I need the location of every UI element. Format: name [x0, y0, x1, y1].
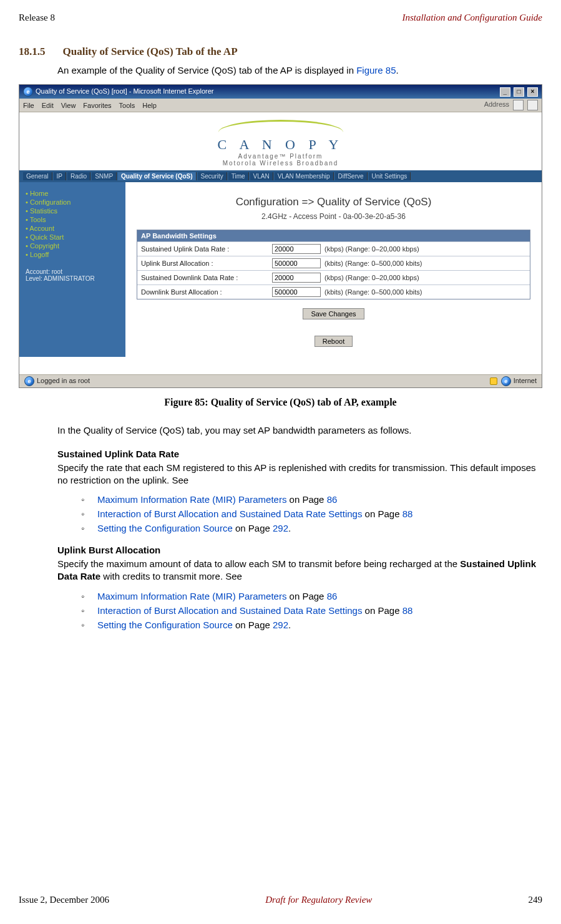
- link-page-86-2[interactable]: 86: [327, 591, 338, 601]
- sidebar-item-logoff[interactable]: Logoff: [30, 251, 49, 258]
- link-page-86[interactable]: 86: [327, 494, 338, 505]
- section-heading: 18.1.5Quality of Service (QoS) Tab of th…: [19, 46, 542, 58]
- sudr-text: Specify the rate that each SM registered…: [57, 462, 542, 487]
- zone-icon: e: [501, 376, 511, 386]
- flag-icon: [527, 100, 538, 110]
- uba-heading: Uplink Burst Allocation: [57, 545, 542, 555]
- tab-qos[interactable]: Quality of Service (QoS): [118, 172, 196, 180]
- uba-link-list: ◦Maximum Information Rate (MIR) Paramete…: [81, 591, 542, 630]
- section-title: Quality of Service (QoS) Tab of the AP: [63, 46, 238, 57]
- menu-file[interactable]: File: [23, 102, 34, 109]
- sidebar-item-tools[interactable]: Tools: [30, 216, 46, 223]
- tab-unit-settings[interactable]: Unit Settings: [369, 172, 411, 180]
- status-zone: Internet: [514, 377, 537, 384]
- sidebar-item-home[interactable]: Home: [30, 190, 48, 197]
- menu-bar: File Edit View Favorites Tools Help Addr…: [19, 99, 542, 112]
- account-name: Account: root: [26, 268, 119, 275]
- input-sust-downlink[interactable]: [272, 273, 321, 283]
- menu-view[interactable]: View: [61, 102, 76, 109]
- figure-caption: Figure 85: Quality of Service (QoS) tab …: [19, 397, 542, 408]
- lock-icon: [490, 377, 497, 385]
- uba-text: Specify the maximum amount of data to al…: [57, 558, 542, 583]
- canopy-swoosh-icon: [218, 120, 343, 134]
- minimize-icon[interactable]: _: [500, 87, 510, 97]
- input-sust-uplink[interactable]: [272, 244, 321, 254]
- row-downlink-burst: Downlink Burst Allocation : (kbits) (Ran…: [137, 284, 530, 299]
- link-burst-interaction-2[interactable]: Interaction of Burst Allocation and Sust…: [97, 605, 362, 616]
- sidebar-item-configuration[interactable]: Configuration: [30, 198, 71, 206]
- menu-favorites[interactable]: Favorites: [83, 102, 111, 109]
- list-item: ◦Maximum Information Rate (MIR) Paramete…: [81, 591, 542, 601]
- logo-subtitle: Advantage™ Platform: [19, 153, 542, 160]
- tab-snmp[interactable]: SNMP: [92, 172, 117, 180]
- label-sust-uplink: Sustained Uplink Data Rate :: [141, 245, 272, 253]
- sidebar-item-quickstart[interactable]: Quick Start: [30, 233, 64, 241]
- link-page-88-2[interactable]: 88: [402, 605, 413, 616]
- reboot-button[interactable]: Reboot: [315, 336, 353, 347]
- label-uplink-burst: Uplink Burst Allocation :: [141, 260, 272, 267]
- sudr-link-list: ◦Maximum Information Rate (MIR) Paramete…: [81, 494, 542, 533]
- label-sust-downlink: Sustained Downlink Data Rate :: [141, 274, 272, 281]
- link-config-source-2[interactable]: Setting the Configuration Source: [97, 620, 233, 630]
- account-level: Level: ADMINISTRATOR: [26, 275, 119, 282]
- canopy-logo: C A N O P Y: [19, 137, 542, 153]
- link-burst-interaction[interactable]: Interaction of Burst Allocation and Sust…: [97, 508, 362, 519]
- go-icon[interactable]: [513, 100, 524, 110]
- list-item: ◦Interaction of Burst Allocation and Sus…: [81, 605, 542, 616]
- sidebar-nav: Home Configuration Statistics Tools Acco…: [19, 182, 125, 357]
- input-downlink-burst[interactable]: [272, 287, 321, 297]
- logo-subtitle2: Motorola Wireless Broadband: [19, 160, 542, 167]
- status-login: Logged in as root: [37, 377, 90, 384]
- panel-heading: AP Bandwidth Settings: [137, 230, 530, 241]
- link-page-292[interactable]: 292: [273, 523, 288, 533]
- hint-sust-uplink: (kbps) (Range: 0–20,000 kbps): [324, 245, 419, 253]
- link-mir[interactable]: Maximum Information Rate (MIR) Parameter…: [97, 494, 286, 505]
- sudr-heading: Sustained Uplink Data Rate: [57, 449, 542, 459]
- link-page-292-2[interactable]: 292: [273, 620, 288, 630]
- save-button[interactable]: Save Changes: [303, 308, 364, 319]
- tab-diffserve[interactable]: DiffServe: [335, 172, 368, 180]
- link-mir-2[interactable]: Maximum Information Rate (MIR) Parameter…: [97, 591, 286, 601]
- post-figure-paragraph: In the Quality of Service (QoS) tab, you…: [57, 424, 542, 437]
- device-info: 2.4GHz - Access Point - 0a-00-3e-20-a5-3…: [137, 212, 530, 221]
- section-number: 18.1.5: [19, 46, 46, 57]
- hint-sust-downlink: (kbps) (Range: 0–20,000 kbps): [324, 274, 419, 281]
- menu-tools[interactable]: Tools: [119, 102, 135, 109]
- config-tabbar: General IP Radio SNMP Quality of Service…: [19, 170, 542, 182]
- footer-mid: Draft for Regulatory Review: [265, 895, 372, 905]
- ie-icon: e: [23, 87, 33, 97]
- list-item: ◦Setting the Configuration Source on Pag…: [81, 620, 542, 630]
- tab-time[interactable]: Time: [228, 172, 249, 180]
- list-item: ◦Maximum Information Rate (MIR) Paramete…: [81, 494, 542, 505]
- footer-left: Issue 2, December 2006: [19, 895, 109, 905]
- tab-radio[interactable]: Radio: [67, 172, 90, 180]
- tab-vlan[interactable]: VLAN: [250, 172, 273, 180]
- footer-page-number: 249: [529, 895, 543, 905]
- maximize-icon[interactable]: □: [514, 87, 524, 97]
- label-downlink-burst: Downlink Burst Allocation :: [141, 288, 272, 296]
- menu-edit[interactable]: Edit: [42, 102, 54, 109]
- sidebar-item-account[interactable]: Account: [29, 225, 54, 232]
- status-ie-icon: e: [24, 376, 34, 386]
- menu-help[interactable]: Help: [142, 102, 157, 109]
- tab-security[interactable]: Security: [198, 172, 227, 180]
- sidebar-item-statistics[interactable]: Statistics: [30, 207, 57, 215]
- tab-vlan-membership[interactable]: VLAN Membership: [275, 172, 334, 180]
- close-icon[interactable]: ×: [527, 87, 538, 97]
- figure-ref-link[interactable]: Figure 85: [356, 65, 396, 75]
- list-item: ◦Setting the Configuration Source on Pag…: [81, 523, 542, 533]
- input-uplink-burst[interactable]: [272, 258, 321, 268]
- tab-general[interactable]: General: [23, 172, 52, 180]
- address-label: Address: [484, 101, 509, 109]
- link-config-source[interactable]: Setting the Configuration Source: [97, 523, 233, 533]
- window-titlebar: eQuality of Service (QoS) [root] - Micro…: [19, 85, 542, 99]
- logo-area: C A N O P Y Advantage™ Platform Motorola…: [19, 112, 542, 170]
- page-breadcrumb: Configuration => Quality of Service (QoS…: [137, 196, 530, 208]
- hint-downlink-burst: (kbits) (Range: 0–500,000 kbits): [324, 288, 422, 296]
- page-header-left: Release 8: [19, 12, 55, 23]
- sidebar-item-copyright[interactable]: Copyright: [30, 242, 59, 250]
- link-page-88[interactable]: 88: [402, 508, 413, 519]
- row-sust-downlink: Sustained Downlink Data Rate : (kbps) (R…: [137, 270, 530, 284]
- row-sust-uplink: Sustained Uplink Data Rate : (kbps) (Ran…: [137, 241, 530, 256]
- tab-ip[interactable]: IP: [54, 172, 66, 180]
